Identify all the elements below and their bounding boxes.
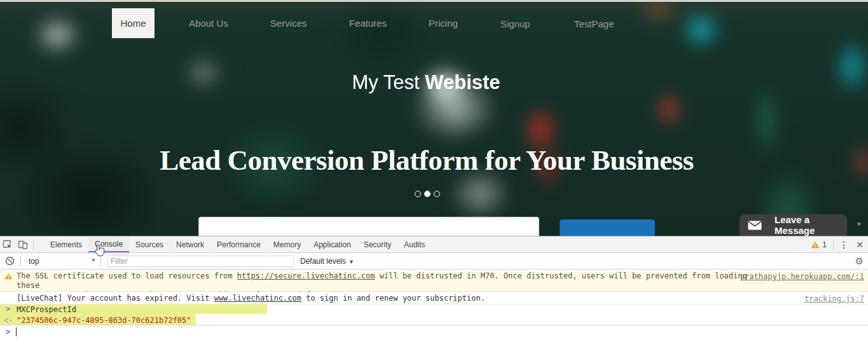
nav-item-testpage[interactable]: TestPage (574, 18, 614, 29)
more-options-icon[interactable]: ⋮ (836, 240, 851, 250)
tab-performance[interactable]: Performance (210, 237, 267, 252)
toolbar-separator (33, 240, 34, 250)
console-toolbar: top ▼ Default levels▼ ⚙ (0, 253, 868, 270)
log-link-livechat[interactable]: www.livechatinc.com (214, 294, 301, 303)
log-source-link[interactable]: tracking.js:7 (804, 294, 864, 304)
tab-audits[interactable]: Audits (397, 237, 431, 252)
nav-item-about-us[interactable]: About Us (189, 18, 228, 29)
tab-elements[interactable]: Elements (44, 237, 88, 252)
console-filter-input[interactable] (107, 256, 294, 267)
devtools-tabbar: Elements Console Sources Network Perform… (0, 237, 868, 253)
console-eval-row: > MXCProspectId (0, 305, 868, 314)
warning-icon (4, 273, 13, 282)
leave-a-message-label: Leave a Message (775, 214, 847, 236)
chevron-down-icon: ▼ (348, 259, 354, 265)
chevron-down-icon[interactable]: ▼ (91, 257, 96, 263)
text-cursor (16, 327, 17, 336)
hero-heading: Lead Conversion Platform for Your Busine… (0, 144, 853, 177)
site-title-bold: Webiste (425, 71, 500, 93)
toolbar-separator (20, 256, 21, 266)
warning-icon (811, 241, 820, 249)
devtools-panel: Elements Console Sources Network Perform… (0, 236, 868, 349)
console-settings-gear-icon[interactable]: ⚙ (855, 256, 864, 267)
hero-text-input[interactable] (198, 217, 539, 236)
console-log-row: [LiveChat] Your account has expired. Vis… (0, 292, 868, 305)
log-text: [LiveChat] Your account has expired. Vis… (17, 294, 214, 303)
console-prompt-row[interactable]: > (0, 327, 868, 339)
warning-count: 1 (822, 240, 827, 249)
device-toolbar-icon[interactable] (15, 237, 31, 252)
devtools-tabbar-right: 1 ⋮ × (811, 237, 868, 252)
result-value[interactable]: "2374506c-947c-4895-863d-70c621b72f05" (17, 315, 191, 325)
log-levels-label: Default levels (300, 257, 346, 266)
eval-expression[interactable]: MXCProspectId (17, 305, 76, 314)
warning-source-link[interactable]: prathapyjp.herokuapp.com/:1 (740, 272, 864, 282)
hero-cta-button[interactable] (560, 219, 655, 236)
toolbar-separator (833, 240, 834, 250)
site-title-regular: My Test (352, 71, 425, 93)
tab-network[interactable]: Network (170, 237, 210, 252)
carousel-dots (415, 191, 440, 197)
execution-context-selector[interactable]: top (29, 257, 39, 266)
tab-application[interactable]: Application (307, 237, 357, 252)
warning-count-badge[interactable]: 1 (811, 240, 827, 249)
toolbar-separator (100, 256, 101, 266)
console-result-row: <· "2374506c-947c-4895-863d-70c621b72f05… (0, 314, 868, 325)
input-chevron-icon: > (6, 305, 10, 313)
tab-console[interactable]: Console (88, 237, 129, 252)
carousel-dot-3[interactable] (434, 191, 440, 197)
nav-item-features[interactable]: Features (349, 18, 387, 29)
leave-a-message-button[interactable]: Leave a Message (740, 214, 847, 236)
console-messages: The SSL certificate used to load resourc… (0, 270, 868, 349)
envelope-icon (748, 221, 762, 230)
site-title: My Test Webiste (0, 71, 852, 94)
log-text: to sign in and renew your subscription. (301, 294, 485, 303)
hero-top-strip (0, 0, 868, 2)
nav-item-signup[interactable]: Signup (500, 18, 530, 29)
log-levels-dropdown[interactable]: Default levels▼ (300, 257, 354, 266)
tab-security[interactable]: Security (357, 237, 397, 252)
tab-sources[interactable]: Sources (129, 237, 170, 252)
inspect-element-icon[interactable] (0, 237, 15, 252)
warning-link-livechat[interactable]: https://secure.livechatinc.com (237, 271, 375, 280)
nav-item-services[interactable]: Services (270, 18, 307, 29)
close-devtools-icon[interactable]: × (851, 238, 868, 252)
clear-console-icon[interactable] (5, 256, 15, 268)
chevron-down-icon[interactable]: ▾ (857, 220, 861, 228)
carousel-dot-1[interactable] (415, 191, 421, 197)
tab-memory[interactable]: Memory (267, 237, 307, 252)
website-hero: Home About Us Services Features Pricing … (0, 0, 868, 236)
warning-text: The SSL certificate used to load resourc… (17, 271, 237, 280)
result-arrow-icon: <· (4, 315, 13, 325)
nav-item-pricing[interactable]: Pricing (429, 18, 458, 29)
carousel-dot-2-active[interactable] (424, 191, 431, 197)
nav-item-home[interactable]: Home (112, 8, 155, 38)
prompt-chevron-icon: > (6, 327, 10, 336)
console-warning-row: The SSL certificate used to load resourc… (0, 270, 868, 292)
